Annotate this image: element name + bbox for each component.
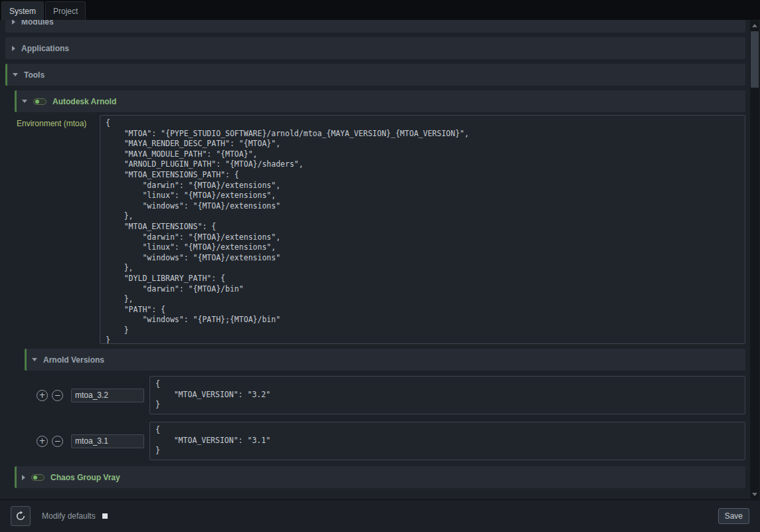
tab-system[interactable]: System xyxy=(1,1,44,20)
remove-version-button[interactable]: − xyxy=(52,436,63,447)
environment-label: Environment (mtoa) xyxy=(15,115,100,128)
vertical-scrollbar[interactable] xyxy=(750,21,759,499)
modify-defaults-checkbox[interactable] xyxy=(102,513,108,519)
add-version-button[interactable]: + xyxy=(37,436,48,447)
tab-bar: System Project xyxy=(0,0,760,20)
scroll-up-icon xyxy=(752,24,757,27)
environment-textarea[interactable]: { "MTOA": "{PYPE_STUDIO_SOFTWARE}/arnold… xyxy=(100,115,745,344)
scrollbar-thumb[interactable] xyxy=(751,31,759,88)
scroll-down-button[interactable] xyxy=(750,489,759,499)
group-header-vray[interactable]: Chaos Group Vray xyxy=(15,466,745,488)
scroll-up-button[interactable] xyxy=(750,21,759,30)
chevron-right-icon xyxy=(12,46,15,51)
group-header-arnold-versions[interactable]: Arnold Versions xyxy=(25,349,745,371)
chevron-right-icon xyxy=(12,20,15,25)
group-arnold: Autodesk Arnold Environment (mtoa) { "MT… xyxy=(15,90,745,462)
enabled-toggle-icon[interactable] xyxy=(31,474,45,481)
arnold-versions-body: + − { "MTOA_VERSION": "3.2" } + − xyxy=(25,371,745,460)
section-label-tools: Tools xyxy=(24,70,45,80)
version-row: + − { "MTOA_VERSION": "3.1" } xyxy=(25,422,745,460)
enabled-toggle-icon[interactable] xyxy=(33,98,47,105)
group-header-arnold[interactable]: Autodesk Arnold xyxy=(15,90,745,112)
section-tools: Tools Autodesk Arnold Envir xyxy=(5,64,745,488)
version-value-textarea[interactable]: { "MTOA_VERSION": "3.1" } xyxy=(149,422,745,460)
arnold-body: Environment (mtoa) { "MTOA": "{PYPE_STUD… xyxy=(15,112,745,462)
footer-bar: Modify defaults Save xyxy=(0,499,760,532)
settings-window: System Project Modules Applications Tool… xyxy=(0,0,760,532)
refresh-button[interactable] xyxy=(11,506,31,526)
environment-field-row: Environment (mtoa) { "MTOA": "{PYPE_STUD… xyxy=(15,115,745,344)
chevron-down-icon xyxy=(22,100,27,103)
section-header-modules[interactable]: Modules xyxy=(5,20,745,33)
version-key-input[interactable] xyxy=(71,389,144,402)
version-row: + − { "MTOA_VERSION": "3.2" } xyxy=(25,376,745,414)
section-header-applications[interactable]: Applications xyxy=(5,37,745,59)
section-label-modules: Modules xyxy=(21,20,54,27)
scroll-down-icon xyxy=(752,493,757,496)
section-header-tools[interactable]: Tools xyxy=(5,64,745,86)
tab-project[interactable]: Project xyxy=(45,1,86,20)
chevron-down-icon xyxy=(32,358,37,361)
add-version-button[interactable]: + xyxy=(37,390,48,401)
settings-scroll-area: Modules Applications Tools xyxy=(0,20,760,499)
tools-body: Autodesk Arnold Environment (mtoa) { "MT… xyxy=(5,86,745,488)
group-label-vray: Chaos Group Vray xyxy=(50,473,120,482)
version-value-textarea[interactable]: { "MTOA_VERSION": "3.2" } xyxy=(149,376,745,414)
chevron-right-icon xyxy=(22,475,25,480)
scrollbar-track[interactable] xyxy=(750,30,759,489)
modify-defaults-label: Modify defaults xyxy=(42,511,96,521)
version-key-input[interactable] xyxy=(71,434,144,448)
group-label-arnold-versions: Arnold Versions xyxy=(43,355,104,365)
chevron-down-icon xyxy=(13,73,18,76)
remove-version-button[interactable]: − xyxy=(52,390,63,401)
section-label-applications: Applications xyxy=(21,44,69,53)
group-arnold-versions: Arnold Versions + − { "MTOA_VERSION": "3… xyxy=(25,349,745,460)
refresh-icon xyxy=(15,511,26,521)
group-label-arnold: Autodesk Arnold xyxy=(52,97,116,106)
save-button[interactable]: Save xyxy=(718,508,749,524)
